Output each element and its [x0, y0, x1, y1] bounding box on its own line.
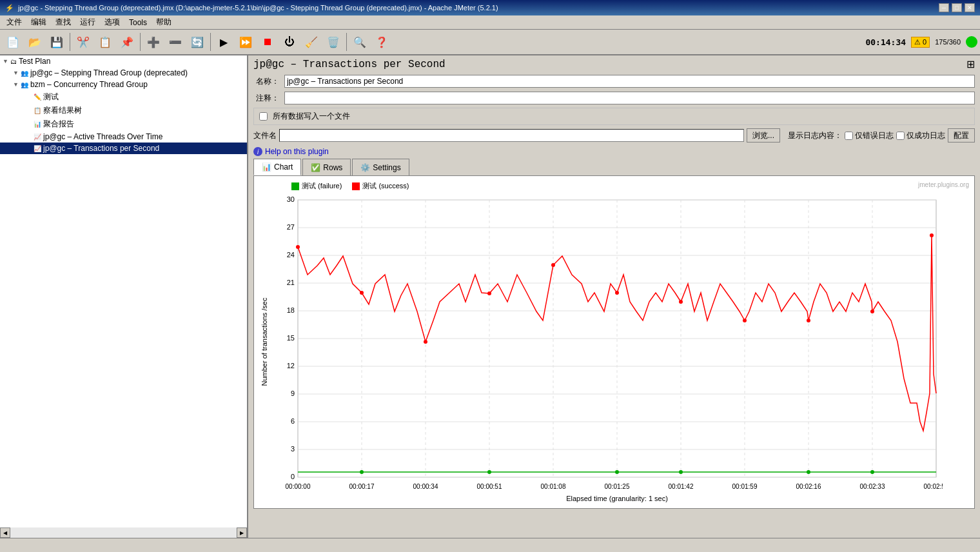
expand-icon: ▼: [3, 58, 10, 64]
settings-tab-label: Settings: [373, 163, 400, 172]
svg-text:00:02:51: 00:02:51: [924, 483, 943, 490]
tab-rows[interactable]: ✅ Rows: [302, 159, 351, 175]
chart-watermark: jmeter.plugins.org: [918, 181, 969, 188]
svg-text:3: 3: [291, 445, 295, 453]
menu-run[interactable]: 运行: [76, 15, 99, 29]
name-input[interactable]: [284, 75, 975, 88]
progress-display: 175/360: [935, 38, 961, 46]
toggle-button[interactable]: 🔄: [187, 32, 208, 52]
window-title: ⚡ jp@gc - Stepping Thread Group (depreca…: [5, 4, 498, 12]
success-log-checkbox-label: 仅成功日志: [896, 130, 945, 141]
error-log-checkbox[interactable]: [845, 132, 853, 140]
comment-input[interactable]: [284, 92, 975, 104]
svg-point-55: [424, 340, 427, 344]
scroll-track[interactable]: [10, 527, 237, 538]
svg-point-50: [679, 470, 683, 474]
menu-find[interactable]: 查找: [52, 15, 75, 29]
success-log-checkbox[interactable]: [896, 132, 905, 140]
new-button[interactable]: 📄: [3, 32, 23, 52]
svg-point-56: [487, 291, 491, 295]
shutdown-button[interactable]: ⏻: [279, 32, 300, 52]
svg-text:21: 21: [287, 279, 295, 286]
scroll-left[interactable]: ◀: [0, 527, 10, 538]
minimize-button[interactable]: ─: [939, 3, 949, 12]
browse-button[interactable]: 浏览...: [747, 128, 780, 143]
svg-text:24: 24: [287, 251, 295, 259]
separator-4: [346, 33, 347, 51]
clear-all-button[interactable]: 🗑️: [323, 32, 344, 52]
menu-file[interactable]: 文件: [3, 15, 26, 29]
comment-label: 注释：: [253, 93, 279, 104]
status-bar: [0, 538, 980, 552]
file-input[interactable]: [279, 129, 744, 142]
tree-item-test-plan[interactable]: ▼ 🗂 Test Plan: [0, 55, 247, 67]
chart-tab-icon: 📊: [262, 163, 271, 172]
question-button[interactable]: ❓: [371, 32, 392, 52]
open-button[interactable]: 📂: [24, 32, 45, 52]
stop-button[interactable]: ⏹: [257, 32, 278, 52]
legend-success-color: [352, 182, 360, 190]
svg-point-59: [679, 300, 683, 304]
svg-point-53: [296, 245, 300, 249]
config-button[interactable]: 配置: [948, 128, 975, 143]
menu-options[interactable]: 选项: [101, 15, 124, 29]
paste-button[interactable]: 📌: [117, 32, 137, 52]
svg-text:00:00:51: 00:00:51: [477, 483, 502, 490]
tree-item-test[interactable]: ✏️ 测试: [0, 90, 247, 104]
svg-text:12: 12: [287, 362, 295, 370]
menu-tools[interactable]: Tools: [125, 17, 151, 28]
start-button[interactable]: ▶: [213, 32, 234, 52]
svg-text:00:02:33: 00:02:33: [860, 483, 885, 490]
tree-item-thread-group-1[interactable]: ▼ 👥 jp@gc – Stepping Thread Group (depre…: [0, 67, 247, 79]
separator-2: [140, 33, 141, 51]
menu-help[interactable]: 帮助: [152, 15, 175, 29]
status-text: [3, 542, 5, 549]
success-log-label: 仅成功日志: [906, 130, 945, 141]
help-link[interactable]: i Help on this plugin: [248, 144, 980, 159]
rows-tab-label: Rows: [323, 163, 342, 172]
tree-item-thread-group-2[interactable]: ▼ 👥 bzm – Concurrency Thread Group: [0, 79, 247, 90]
svg-point-48: [487, 470, 491, 474]
comment-row: 注释：: [248, 90, 980, 106]
maximize-button[interactable]: □: [952, 3, 962, 12]
expand-icon-3: ▼: [13, 81, 21, 88]
scroll-right[interactable]: ▶: [237, 527, 247, 538]
tree-item-aggregate[interactable]: 📊 聚合报告: [0, 117, 247, 131]
tree-item-tps[interactable]: 📈 jp@gc – Transactions per Second: [0, 143, 247, 154]
tree-item-result-tree[interactable]: 📋 察看结果树: [0, 104, 247, 117]
chart-tab-label: Chart: [274, 163, 293, 172]
write-all-checkbox[interactable]: [259, 112, 268, 121]
svg-text:Elapsed time (granularity: 1 s: Elapsed time (granularity: 1 sec): [566, 495, 668, 502]
cut-button[interactable]: ✂️: [73, 32, 93, 52]
expand-button[interactable]: ➕: [143, 32, 164, 52]
rows-tab-icon: ✅: [311, 163, 320, 172]
horizontal-scrollbar[interactable]: ◀ ▶: [0, 527, 247, 538]
save-button[interactable]: 💾: [46, 32, 67, 52]
svg-point-51: [807, 470, 810, 474]
legend-failure-label: 测试 (failure): [302, 181, 342, 191]
tab-chart[interactable]: 📊 Chart: [253, 159, 301, 175]
svg-text:30: 30: [287, 195, 295, 203]
app-icon: ⚡: [5, 4, 14, 12]
close-button[interactable]: ✕: [965, 3, 975, 12]
collapse-button[interactable]: ➖: [165, 32, 186, 52]
svg-text:00:00:34: 00:00:34: [413, 483, 438, 490]
name-row: 名称：: [248, 73, 980, 90]
clear-button[interactable]: 🧹: [301, 32, 322, 52]
start-no-pause-button[interactable]: ⏩: [235, 32, 256, 52]
search-button[interactable]: 🔍: [349, 32, 370, 52]
tab-settings[interactable]: ⚙️ Settings: [352, 159, 409, 175]
svg-text:6: 6: [291, 417, 295, 425]
tabs-bar: 📊 Chart ✅ Rows ⚙️ Settings: [248, 159, 980, 175]
copy-button[interactable]: 📋: [95, 32, 115, 52]
panel-title: jp@gc – Transactions per Second: [253, 59, 446, 70]
title-bar: ⚡ jp@gc - Stepping Thread Group (depreca…: [0, 0, 980, 15]
write-all-section: 所有数据写入一个文件: [253, 108, 975, 125]
menu-edit[interactable]: 编辑: [27, 15, 50, 29]
right-panel: jp@gc – Transactions per Second ⊞ 名称： 注释…: [248, 55, 980, 538]
expand-panel-icon[interactable]: ⊞: [966, 58, 975, 70]
svg-text:Number of transactions /sec: Number of transactions /sec: [260, 297, 268, 386]
chart-legend: 测试 (failure) 测试 (success): [291, 181, 969, 191]
write-all-label: 所有数据写入一个文件: [273, 111, 350, 122]
tree-item-active-threads[interactable]: 📈 jp@gc – Active Threads Over Time: [0, 131, 247, 143]
